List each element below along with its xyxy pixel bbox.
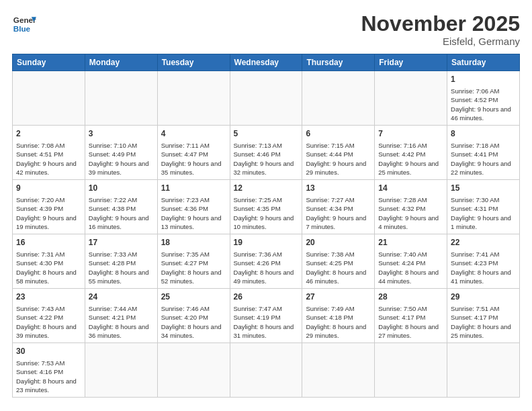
header-friday: Friday xyxy=(375,54,447,71)
day-info: Sunrise: 7:53 AM Sunset: 4:16 PM Dayligh… xyxy=(16,359,81,394)
day-number: 16 xyxy=(16,237,81,248)
calendar-cell: 11Sunrise: 7:23 AM Sunset: 4:36 PM Dayli… xyxy=(157,180,230,234)
day-number: 19 xyxy=(234,237,299,248)
day-number: 4 xyxy=(161,128,226,140)
day-number: 12 xyxy=(234,183,299,194)
calendar-cell: 2Sunrise: 7:08 AM Sunset: 4:51 PM Daylig… xyxy=(13,126,85,180)
calendar-cell: 19Sunrise: 7:36 AM Sunset: 4:26 PM Dayli… xyxy=(230,234,302,289)
calendar-cell xyxy=(157,71,230,126)
day-info: Sunrise: 7:31 AM Sunset: 4:30 PM Dayligh… xyxy=(16,250,81,285)
generalblue-logo-icon: General Blue xyxy=(12,12,36,36)
calendar-cell: 13Sunrise: 7:27 AM Sunset: 4:34 PM Dayli… xyxy=(302,180,375,234)
calendar-cell: 20Sunrise: 7:38 AM Sunset: 4:25 PM Dayli… xyxy=(302,234,375,289)
day-info: Sunrise: 7:50 AM Sunset: 4:17 PM Dayligh… xyxy=(378,304,443,340)
calendar-cell: 16Sunrise: 7:31 AM Sunset: 4:30 PM Dayli… xyxy=(13,234,85,289)
day-number: 7 xyxy=(378,128,443,140)
day-number: 15 xyxy=(451,183,516,194)
calendar-cell: 4Sunrise: 7:11 AM Sunset: 4:47 PM Daylig… xyxy=(157,126,230,180)
calendar-cell: 28Sunrise: 7:50 AM Sunset: 4:17 PM Dayli… xyxy=(375,289,447,343)
calendar-cell xyxy=(302,343,375,398)
calendar-cell: 5Sunrise: 7:13 AM Sunset: 4:46 PM Daylig… xyxy=(230,126,302,180)
day-info: Sunrise: 7:33 AM Sunset: 4:28 PM Dayligh… xyxy=(89,250,154,285)
day-info: Sunrise: 7:38 AM Sunset: 4:25 PM Dayligh… xyxy=(306,250,371,285)
header: General Blue November 2025 Eisfeld, Germ… xyxy=(12,12,520,47)
day-info: Sunrise: 7:49 AM Sunset: 4:18 PM Dayligh… xyxy=(306,304,371,340)
day-number: 2 xyxy=(16,128,81,140)
day-info: Sunrise: 7:06 AM Sunset: 4:52 PM Dayligh… xyxy=(451,87,516,122)
calendar-cell xyxy=(13,71,85,126)
day-info: Sunrise: 7:35 AM Sunset: 4:27 PM Dayligh… xyxy=(161,250,226,285)
day-info: Sunrise: 7:11 AM Sunset: 4:47 PM Dayligh… xyxy=(161,141,226,177)
calendar-cell: 10Sunrise: 7:22 AM Sunset: 4:38 PM Dayli… xyxy=(85,180,157,234)
header-saturday: Saturday xyxy=(447,54,520,71)
calendar-title: November 2025 xyxy=(361,12,520,36)
day-number: 11 xyxy=(161,183,226,194)
day-number: 26 xyxy=(234,291,299,303)
calendar-cell: 3Sunrise: 7:10 AM Sunset: 4:49 PM Daylig… xyxy=(85,126,157,180)
day-info: Sunrise: 7:13 AM Sunset: 4:46 PM Dayligh… xyxy=(234,141,299,177)
calendar-cell: 25Sunrise: 7:46 AM Sunset: 4:20 PM Dayli… xyxy=(157,289,230,343)
calendar-subtitle: Eisfeld, Germany xyxy=(361,36,520,47)
day-info: Sunrise: 7:28 AM Sunset: 4:32 PM Dayligh… xyxy=(378,195,443,231)
day-info: Sunrise: 7:25 AM Sunset: 4:35 PM Dayligh… xyxy=(234,195,299,231)
calendar-cell: 7Sunrise: 7:16 AM Sunset: 4:42 PM Daylig… xyxy=(375,126,447,180)
calendar-cell xyxy=(302,71,375,126)
calendar-cell: 29Sunrise: 7:51 AM Sunset: 4:17 PM Dayli… xyxy=(447,289,520,343)
day-number: 14 xyxy=(378,183,443,194)
day-number: 25 xyxy=(161,291,226,303)
day-info: Sunrise: 7:40 AM Sunset: 4:24 PM Dayligh… xyxy=(378,250,443,285)
day-number: 28 xyxy=(378,291,443,303)
calendar-cell: 21Sunrise: 7:40 AM Sunset: 4:24 PM Dayli… xyxy=(375,234,447,289)
calendar-cell: 12Sunrise: 7:25 AM Sunset: 4:35 PM Dayli… xyxy=(230,180,302,234)
day-number: 5 xyxy=(234,128,299,140)
day-number: 17 xyxy=(89,237,154,248)
calendar-cell xyxy=(157,343,230,398)
calendar-cell xyxy=(230,71,302,126)
calendar-cell: 8Sunrise: 7:18 AM Sunset: 4:41 PM Daylig… xyxy=(447,126,520,180)
calendar-table: Sunday Monday Tuesday Wednesday Thursday… xyxy=(12,54,520,398)
day-info: Sunrise: 7:10 AM Sunset: 4:49 PM Dayligh… xyxy=(89,141,154,177)
day-info: Sunrise: 7:16 AM Sunset: 4:42 PM Dayligh… xyxy=(378,141,443,177)
calendar-cell: 23Sunrise: 7:43 AM Sunset: 4:22 PM Dayli… xyxy=(13,289,85,343)
day-number: 21 xyxy=(378,237,443,248)
day-number: 24 xyxy=(89,291,154,303)
weekday-header-row: Sunday Monday Tuesday Wednesday Thursday… xyxy=(13,54,520,71)
calendar-cell: 26Sunrise: 7:47 AM Sunset: 4:19 PM Dayli… xyxy=(230,289,302,343)
day-info: Sunrise: 7:23 AM Sunset: 4:36 PM Dayligh… xyxy=(161,195,226,231)
day-number: 30 xyxy=(16,346,81,357)
day-number: 20 xyxy=(306,237,371,248)
calendar-cell: 15Sunrise: 7:30 AM Sunset: 4:31 PM Dayli… xyxy=(447,180,520,234)
calendar-cell xyxy=(85,71,157,126)
calendar-cell xyxy=(230,343,302,398)
header-thursday: Thursday xyxy=(302,54,375,71)
day-info: Sunrise: 7:18 AM Sunset: 4:41 PM Dayligh… xyxy=(451,141,516,177)
day-number: 10 xyxy=(89,183,154,194)
calendar-cell: 22Sunrise: 7:41 AM Sunset: 4:23 PM Dayli… xyxy=(447,234,520,289)
calendar-cell xyxy=(85,343,157,398)
day-info: Sunrise: 7:46 AM Sunset: 4:20 PM Dayligh… xyxy=(161,304,226,340)
calendar-cell: 9Sunrise: 7:20 AM Sunset: 4:39 PM Daylig… xyxy=(13,180,85,234)
day-info: Sunrise: 7:27 AM Sunset: 4:34 PM Dayligh… xyxy=(306,195,371,231)
day-number: 27 xyxy=(306,291,371,303)
day-info: Sunrise: 7:44 AM Sunset: 4:21 PM Dayligh… xyxy=(89,304,154,340)
day-info: Sunrise: 7:43 AM Sunset: 4:22 PM Dayligh… xyxy=(16,304,81,340)
calendar-cell: 18Sunrise: 7:35 AM Sunset: 4:27 PM Dayli… xyxy=(157,234,230,289)
calendar-cell xyxy=(375,343,447,398)
day-number: 22 xyxy=(451,237,516,248)
calendar-cell: 6Sunrise: 7:15 AM Sunset: 4:44 PM Daylig… xyxy=(302,126,375,180)
calendar-cell: 14Sunrise: 7:28 AM Sunset: 4:32 PM Dayli… xyxy=(375,180,447,234)
day-number: 3 xyxy=(89,128,154,140)
calendar-cell xyxy=(447,343,520,398)
header-tuesday: Tuesday xyxy=(157,54,230,71)
calendar-cell: 30Sunrise: 7:53 AM Sunset: 4:16 PM Dayli… xyxy=(13,343,85,398)
header-monday: Monday xyxy=(85,54,157,71)
day-info: Sunrise: 7:08 AM Sunset: 4:51 PM Dayligh… xyxy=(16,141,81,177)
calendar-cell: 24Sunrise: 7:44 AM Sunset: 4:21 PM Dayli… xyxy=(85,289,157,343)
day-info: Sunrise: 7:15 AM Sunset: 4:44 PM Dayligh… xyxy=(306,141,371,177)
day-info: Sunrise: 7:36 AM Sunset: 4:26 PM Dayligh… xyxy=(234,250,299,285)
header-wednesday: Wednesday xyxy=(230,54,302,71)
day-number: 9 xyxy=(16,183,81,194)
day-info: Sunrise: 7:47 AM Sunset: 4:19 PM Dayligh… xyxy=(234,304,299,340)
page: General Blue November 2025 Eisfeld, Germ… xyxy=(0,0,532,411)
calendar-cell: 1Sunrise: 7:06 AM Sunset: 4:52 PM Daylig… xyxy=(447,71,520,126)
